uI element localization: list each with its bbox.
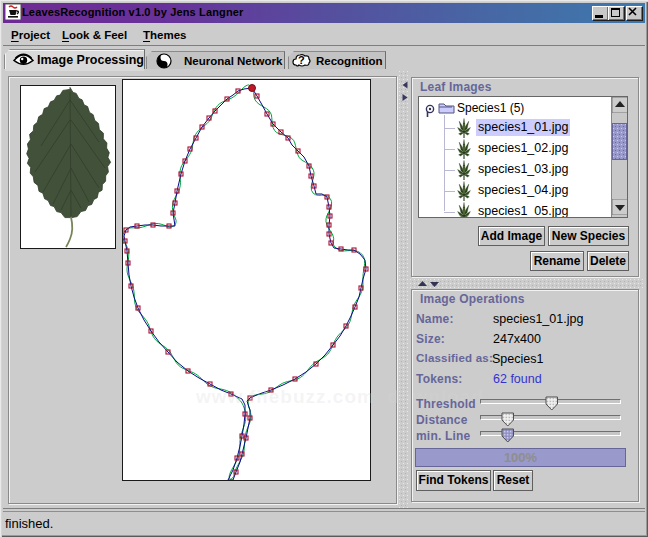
svg-text:?: ? [298,54,305,66]
